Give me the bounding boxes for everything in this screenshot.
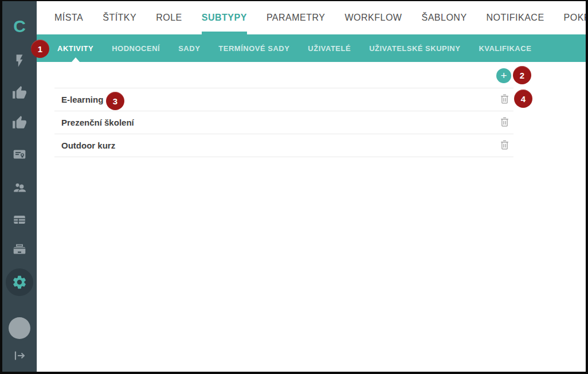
subtab-label: TERMÍNOVÉ SADY bbox=[218, 44, 289, 53]
membership-card-icon bbox=[12, 147, 27, 162]
settings-gear-icon bbox=[11, 274, 28, 290]
subtab-uzivatelske-skupiny[interactable]: UŽIVATELSKÉ SKUPINY bbox=[360, 34, 469, 62]
tab-label: MÍSTA bbox=[54, 13, 83, 23]
active-subtab-caret bbox=[72, 57, 80, 62]
tab-label: PARAMETRY bbox=[266, 13, 326, 23]
flash-icon bbox=[12, 53, 27, 68]
sidebar-item-ratings[interactable] bbox=[2, 111, 37, 134]
logout-icon bbox=[12, 348, 27, 363]
list-item[interactable]: Outdoor kurz bbox=[54, 134, 513, 157]
app-logo-letter: C bbox=[13, 17, 26, 36]
users-icon bbox=[11, 180, 28, 196]
table-icon bbox=[12, 212, 27, 227]
subtab-sady[interactable]: SADY bbox=[169, 34, 209, 62]
add-button[interactable]: + bbox=[496, 68, 511, 83]
active-item-circle bbox=[6, 268, 33, 296]
tab-label: WORKFLOW bbox=[344, 13, 402, 23]
trash-icon bbox=[500, 116, 509, 129]
tab-label: SUBTYPY bbox=[202, 13, 247, 23]
subtab-label: UŽIVATELSKÉ SKUPINY bbox=[369, 44, 460, 53]
subtab-label: UŽIVATELÉ bbox=[308, 44, 351, 53]
sidebar-item-print[interactable] bbox=[2, 238, 37, 261]
trash-icon bbox=[500, 94, 509, 106]
list-item[interactable]: Prezenční školení bbox=[54, 111, 513, 134]
sidebar-item-certificates[interactable] bbox=[2, 143, 37, 166]
annotation-badge-1: 1 bbox=[31, 40, 49, 58]
subtab-uzivatele[interactable]: UŽIVATELÉ bbox=[299, 34, 360, 62]
subtab-label: KVALIFIKACE bbox=[479, 44, 531, 53]
top-nav: MÍSTA ŠTÍTKY ROLE SUBTYPY PARAMETRY WORK… bbox=[37, 1, 586, 34]
subtab-label: SADY bbox=[178, 44, 200, 53]
annotation-badge-2: 2 bbox=[513, 66, 531, 84]
sidebar-item-settings[interactable] bbox=[2, 268, 37, 296]
delete-button[interactable] bbox=[497, 93, 511, 107]
trash-icon bbox=[500, 139, 509, 152]
list-item-label: Prezenční školení bbox=[54, 118, 134, 127]
plus-icon: + bbox=[500, 69, 507, 81]
subtab-aktivity[interactable]: AKTIVITY bbox=[48, 34, 103, 62]
list-item-label: Outdoor kurz bbox=[54, 141, 115, 150]
sidebar-item-tables[interactable] bbox=[2, 208, 37, 231]
app-logo[interactable]: C bbox=[2, 15, 37, 38]
tab-label: ŠTÍTKY bbox=[103, 13, 136, 23]
user-avatar[interactable] bbox=[2, 317, 37, 340]
sidebar-item-users[interactable] bbox=[2, 177, 37, 200]
tab-mista[interactable]: MÍSTA bbox=[45, 1, 93, 34]
subtab-hodnoceni[interactable]: HODNOCENÍ bbox=[103, 34, 169, 62]
thumb-up-icon bbox=[12, 85, 27, 100]
subtab-label: HODNOCENÍ bbox=[112, 44, 160, 53]
tab-subtypy[interactable]: SUBTYPY bbox=[192, 1, 257, 34]
tab-parametry[interactable]: PARAMETRY bbox=[257, 1, 335, 34]
tab-label: ŠABLONY bbox=[421, 13, 467, 23]
subtab-terminove-sady[interactable]: TERMÍNOVÉ SADY bbox=[209, 34, 299, 62]
sub-nav: AKTIVITY HODNOCENÍ SADY TERMÍNOVÉ SADY U… bbox=[37, 34, 586, 62]
tab-label: ROLE bbox=[156, 13, 182, 23]
thumb-up-icon bbox=[12, 115, 27, 130]
annotation-badge-3: 3 bbox=[106, 92, 124, 110]
tab-label: POKROČILÁ bbox=[564, 13, 586, 23]
avatar-circle bbox=[9, 317, 30, 339]
tab-role[interactable]: ROLE bbox=[146, 1, 192, 34]
printer-tray-icon bbox=[12, 242, 27, 257]
sidebar-item-approvals[interactable] bbox=[2, 81, 37, 104]
tab-label: NOTIFIKACE bbox=[487, 13, 544, 23]
window-frame: C bbox=[2, 1, 586, 372]
tab-sablony[interactable]: ŠABLONY bbox=[411, 1, 476, 34]
subtab-kvalifikace[interactable]: KVALIFIKACE bbox=[469, 34, 540, 62]
subtab-label: AKTIVITY bbox=[57, 44, 93, 53]
tab-notifikace[interactable]: NOTIFIKACE bbox=[477, 1, 554, 34]
tab-stitky[interactable]: ŠTÍTKY bbox=[93, 1, 146, 34]
sidebar: C bbox=[2, 1, 37, 372]
tab-workflow[interactable]: WORKFLOW bbox=[335, 1, 411, 34]
delete-button[interactable] bbox=[497, 139, 511, 153]
list-item-label: E-learning bbox=[54, 95, 103, 104]
tab-pokrocila[interactable]: POKROČILÁ bbox=[554, 1, 586, 34]
annotation-badge-4: 4 bbox=[514, 89, 532, 108]
delete-button[interactable] bbox=[497, 116, 511, 130]
logout-button[interactable] bbox=[2, 344, 37, 367]
